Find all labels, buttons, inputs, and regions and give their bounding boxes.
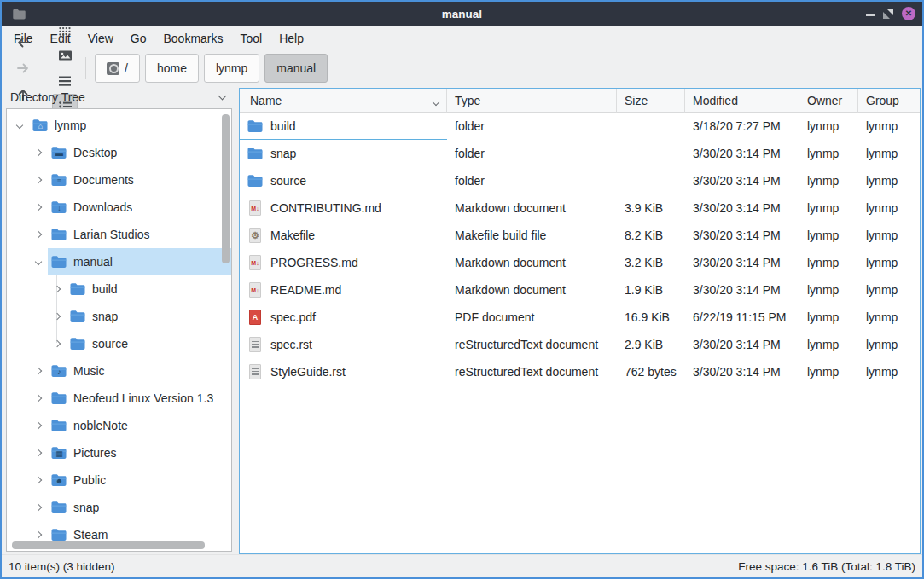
file-name-cell[interactable]: M↓PROGRESS.md bbox=[240, 249, 447, 276]
tree-item-music[interactable]: ♪Music bbox=[7, 357, 231, 385]
tree-item-documents[interactable]: ≡Documents bbox=[7, 166, 231, 194]
chevron-right-icon[interactable] bbox=[51, 341, 63, 346]
tree-item-content[interactable]: ♪Music bbox=[48, 357, 231, 385]
column-header-size[interactable]: Size bbox=[617, 89, 685, 113]
column-header-owner[interactable]: Owner bbox=[799, 89, 858, 113]
tree-item-content[interactable]: Neofeud Linux Version 1.3 bbox=[48, 385, 231, 412]
tree-item-content[interactable]: ☻Public bbox=[48, 466, 231, 494]
text-icon bbox=[247, 363, 264, 380]
file-name-cell[interactable]: M↓README.md bbox=[240, 276, 447, 304]
file-name-cell[interactable]: build bbox=[240, 113, 447, 140]
tree-item-neofeud-linux-version-1-3[interactable]: Neofeud Linux Version 1.3 bbox=[7, 385, 231, 412]
menu-view[interactable]: View bbox=[79, 28, 122, 49]
chevron-right-icon[interactable] bbox=[32, 150, 44, 155]
file-name-cell[interactable]: Aspec.pdf bbox=[240, 304, 447, 331]
chevron-right-icon[interactable] bbox=[32, 205, 44, 210]
directory-tree-panel: ⌂lynmp▬Desktop≡Documents↓DownloadsLarian… bbox=[6, 108, 232, 552]
column-header-modified[interactable]: Modified bbox=[685, 89, 799, 113]
tree-item-snap[interactable]: snap bbox=[7, 494, 231, 521]
file-row-snap[interactable]: snapfolder3/30/20 3:14 PMlynmplynmp bbox=[240, 140, 920, 167]
menu-help[interactable]: Help bbox=[270, 28, 312, 49]
tree-item-manual[interactable]: manual bbox=[7, 248, 231, 275]
tree-item-lynmp[interactable]: ⌂lynmp bbox=[7, 112, 231, 139]
file-row-makefile[interactable]: ⚙MakefileMakefile build file8.2 KiB3/30/… bbox=[240, 222, 920, 249]
tree-vertical-scrollbar[interactable] bbox=[222, 114, 230, 263]
file-group-cell: lynmp bbox=[858, 201, 920, 215]
sidebar-mode-selector[interactable]: Directory Tree bbox=[2, 87, 234, 107]
file-row-readme-md[interactable]: M↓README.mdMarkdown document1.9 KiB3/30/… bbox=[240, 276, 920, 304]
chevron-down-icon bbox=[218, 92, 227, 101]
thumbnail-view-button[interactable] bbox=[52, 43, 78, 68]
tree-item-public[interactable]: ☻Public bbox=[7, 466, 231, 494]
minimize-button[interactable] bbox=[866, 14, 875, 16]
file-row-spec-rst[interactable]: spec.rstreStructuredText document2.9 KiB… bbox=[240, 331, 920, 358]
menu-tool[interactable]: Tool bbox=[232, 28, 271, 49]
tree-item-content[interactable]: ⌂lynmp bbox=[29, 112, 231, 139]
chevron-right-icon[interactable] bbox=[32, 532, 44, 537]
file-name-cell[interactable]: StyleGuide.rst bbox=[240, 358, 447, 385]
maximize-button[interactable] bbox=[883, 9, 893, 19]
downloads-folder-icon: ↓ bbox=[50, 199, 67, 216]
menu-go[interactable]: Go bbox=[122, 28, 155, 49]
path-button-root[interactable]: / bbox=[95, 54, 140, 83]
tree-item-pictures[interactable]: ▦Pictures bbox=[7, 439, 231, 466]
file-type-cell: Markdown document bbox=[447, 283, 617, 297]
tree-item-downloads[interactable]: ↓Downloads bbox=[7, 194, 231, 221]
file-name-cell[interactable]: snap bbox=[240, 140, 447, 167]
file-name-cell[interactable]: spec.rst bbox=[240, 331, 447, 358]
column-header-name[interactable]: Name bbox=[240, 89, 447, 113]
path-button-lynmp[interactable]: lynmp bbox=[204, 54, 259, 83]
chevron-right-icon[interactable] bbox=[32, 450, 44, 455]
tree-item-content[interactable]: snap bbox=[48, 494, 231, 521]
tree-item-source[interactable]: source bbox=[7, 330, 231, 357]
column-header-type[interactable]: Type bbox=[447, 89, 617, 113]
file-name-cell[interactable]: M↓CONTRIBUTING.md bbox=[240, 194, 447, 222]
tree-item-content[interactable]: ↓Downloads bbox=[48, 194, 231, 221]
tree-item-content[interactable]: ≡Documents bbox=[48, 166, 231, 194]
file-row-progress-md[interactable]: M↓PROGRESS.mdMarkdown document3.2 KiB3/3… bbox=[240, 249, 920, 276]
chevron-right-icon[interactable] bbox=[51, 314, 63, 319]
column-header-group[interactable]: Group bbox=[858, 89, 920, 113]
path-button-home[interactable]: home bbox=[145, 54, 199, 83]
tree-item-content[interactable]: nobleNote bbox=[48, 412, 231, 439]
chevron-down-icon[interactable] bbox=[14, 123, 26, 128]
tree-item-build[interactable]: build bbox=[7, 275, 231, 303]
chevron-right-icon[interactable] bbox=[32, 505, 44, 510]
file-group-cell: lynmp bbox=[858, 365, 920, 379]
chevron-right-icon[interactable] bbox=[32, 423, 44, 428]
tree-item-content[interactable]: ▬Desktop bbox=[48, 139, 231, 166]
file-row-styleguide-rst[interactable]: StyleGuide.rstreStructuredText document7… bbox=[240, 358, 920, 385]
path-button-manual[interactable]: manual bbox=[264, 54, 328, 83]
chevron-right-icon[interactable] bbox=[32, 368, 44, 373]
back-button[interactable] bbox=[10, 30, 36, 55]
tree-item-content[interactable]: build bbox=[67, 275, 231, 303]
chevron-right-icon[interactable] bbox=[32, 396, 44, 401]
tree-item-content[interactable]: snap bbox=[67, 303, 231, 330]
tree-item-snap[interactable]: snap bbox=[7, 303, 231, 330]
chevron-right-icon[interactable] bbox=[32, 478, 44, 483]
close-button[interactable]: ✕ bbox=[902, 7, 915, 20]
chevron-down-icon[interactable] bbox=[32, 259, 44, 264]
file-name-cell[interactable]: source bbox=[240, 167, 447, 194]
file-row-contributing-md[interactable]: M↓CONTRIBUTING.mdMarkdown document3.9 Ki… bbox=[240, 194, 920, 222]
chevron-right-icon[interactable] bbox=[51, 287, 63, 292]
tree-item-label: Neofeud Linux Version 1.3 bbox=[73, 391, 213, 405]
chevron-right-icon[interactable] bbox=[32, 232, 44, 237]
file-row-spec-pdf[interactable]: Aspec.pdfPDF document16.9 KiB6/22/19 11:… bbox=[240, 304, 920, 331]
tree-item-label: Larian Studios bbox=[73, 228, 150, 241]
file-row-build[interactable]: buildfolder3/18/20 7:27 PMlynmplynmp bbox=[240, 113, 920, 140]
forward-icon bbox=[15, 61, 31, 75]
file-row-source[interactable]: sourcefolder3/30/20 3:14 PMlynmplynmp bbox=[240, 167, 920, 194]
file-modified-cell: 3/30/20 3:14 PM bbox=[685, 229, 799, 242]
tree-item-larian-studios[interactable]: Larian Studios bbox=[7, 221, 231, 248]
tree-item-content[interactable]: Larian Studios bbox=[48, 221, 231, 248]
chevron-right-icon[interactable] bbox=[32, 177, 44, 182]
menu-bookmarks[interactable]: Bookmarks bbox=[154, 28, 231, 49]
tree-item-content[interactable]: manual bbox=[48, 248, 231, 275]
tree-item-desktop[interactable]: ▬Desktop bbox=[7, 139, 231, 166]
tree-item-content[interactable]: ▦Pictures bbox=[48, 439, 231, 466]
tree-item-content[interactable]: source bbox=[67, 330, 231, 357]
tree-horizontal-scrollbar[interactable] bbox=[12, 541, 205, 549]
file-name-cell[interactable]: ⚙Makefile bbox=[240, 222, 447, 249]
tree-item-noblenote[interactable]: nobleNote bbox=[7, 412, 231, 439]
